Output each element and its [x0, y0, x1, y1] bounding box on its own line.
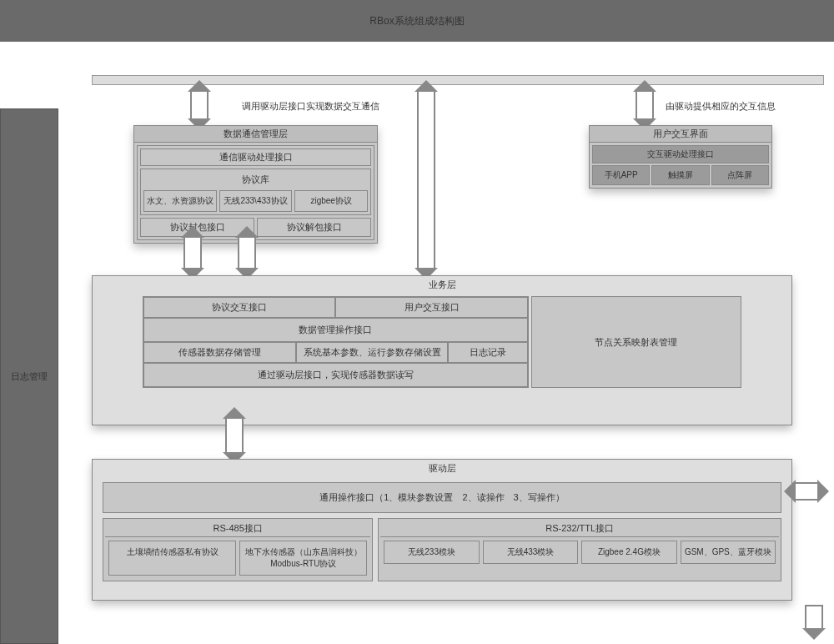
- biz-user-iface: 用户交互接口: [335, 297, 527, 318]
- title-bar: RBox系统组成结构图: [0, 0, 834, 42]
- biz-header: 业务层: [93, 276, 791, 294]
- title-text: RBox系统组成结构图: [369, 15, 464, 27]
- rs485-cell-soil: 土壤墒情传感器私有协议: [108, 541, 236, 576]
- protocol-zigbee: zigbee协议: [294, 190, 368, 212]
- rs485-block: RS-485接口 土壤墒情传感器私有协议 地下水传感器（山东昌润科技）Modbu…: [103, 518, 373, 581]
- arrow-icon: [183, 236, 202, 269]
- arrow-icon: [417, 90, 435, 269]
- protocol-wireless-233-433: 无线233\433协议: [219, 190, 293, 212]
- arrow-icon: [225, 417, 244, 454]
- biz-node-map: 节点关系映射表管理: [531, 296, 741, 388]
- arrow-icon: [190, 90, 208, 120]
- biz-bottom-note: 通过驱动层接口，实现传感器数据读写: [143, 363, 528, 387]
- log-management-sidebar: 日志管理: [0, 108, 58, 644]
- caption-driver-provide: 由驱动提供相应的交互信息: [666, 100, 776, 113]
- user-interaction-panel: 用户交互界面 交互驱动处理接口 手机APP 触摸屏 点阵屏: [589, 125, 772, 189]
- rs232-block: RS-232/TTL接口 无线233模块 无线433模块 Zigbee 2.4G…: [378, 518, 781, 581]
- ui-item-dotmatrix: 点阵屏: [711, 165, 769, 185]
- biz-proto-iface: 协议交互接口: [143, 297, 335, 318]
- biz-node-map-label: 节点关系映射表管理: [595, 336, 677, 349]
- rs232-title: RS-232/TTL接口: [380, 521, 779, 537]
- protocol-hydrology: 水文、水资源协议: [143, 190, 217, 212]
- driver-general-interface: 通用操作接口（1、模块参数设置 2、读操作 3、写操作）: [103, 482, 781, 513]
- biz-sys-params: 系统基本参数、运行参数存储设置: [296, 342, 449, 363]
- arrow-icon: [636, 90, 654, 120]
- rs232-cell-233: 无线233模块: [384, 541, 479, 564]
- comm-header: 数据通信管理层: [134, 126, 377, 143]
- comm-driver-interface: 通信驱动处理接口: [140, 148, 371, 166]
- sidebar-label: 日志管理: [11, 370, 48, 383]
- driver-layer: 驱动层 通用操作接口（1、模块参数设置 2、读操作 3、写操作） RS-485接…: [92, 459, 792, 601]
- rs232-cell-gsm: GSM、GPS、蓝牙模块: [681, 541, 776, 564]
- ui-header: 用户交互界面: [590, 126, 771, 143]
- protocol-library-label: 协议库: [143, 172, 368, 188]
- biz-log-record: 日志记录: [448, 342, 527, 363]
- biz-data-mgmt: 数据管理操作接口: [143, 318, 528, 342]
- ui-driver-interface: 交互驱动处理接口: [592, 145, 769, 164]
- arrow-down-icon: [805, 605, 823, 630]
- ui-item-app: 手机APP: [592, 165, 650, 185]
- rs485-cell-groundwater: 地下水传感器（山东昌润科技）Modbus-RTU协议: [239, 541, 367, 576]
- rs232-cell-zigbee: Zigbee 2.4G模块: [581, 541, 676, 564]
- arrow-icon: [794, 482, 819, 501]
- ui-item-touchscreen: 触摸屏: [651, 165, 709, 185]
- arrow-icon: [238, 236, 256, 269]
- biz-left-block: 协议交互接口 用户交互接口 数据管理操作接口 传感器数据存储管理 系统基本参数、…: [143, 296, 529, 388]
- caption-driver-call: 调用驱动层接口实现数据交互通信: [242, 100, 379, 113]
- rs232-cell-433: 无线433模块: [483, 541, 578, 564]
- driver-header: 驱动层: [93, 460, 791, 477]
- protocol-unpack: 协议解包接口: [257, 218, 371, 237]
- rs485-title: RS-485接口: [105, 521, 370, 537]
- biz-sensor-store: 传感器数据存储管理: [143, 342, 296, 363]
- business-layer: 业务层 协议交互接口 用户交互接口 数据管理操作接口 传感器数据存储管理 系统基…: [92, 275, 792, 425]
